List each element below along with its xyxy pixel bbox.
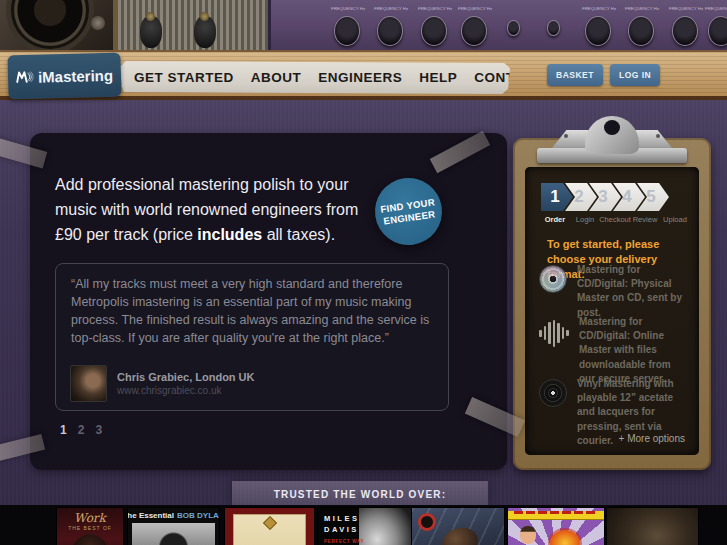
pagination-item-1[interactable]: 1 [60,423,67,437]
headline: Add professional mastering polish to you… [55,173,379,247]
album-strip: Work THE BEST OF The Essential BOB DYLAN… [0,505,727,545]
album-cover-bob-dylan: The Essential BOB DYLAN [128,508,219,545]
testimonial-quote: “All my tracks must meet a very high sta… [71,275,435,348]
page: FREQUENCY Hz FREQUENCY Hz FREQUENCY Hz F… [0,0,727,545]
studio-equipment-banner: FREQUENCY Hz FREQUENCY Hz FREQUENCY Hz F… [0,0,727,50]
avatar [70,365,107,402]
testimonial-author: Chris Grabiec, London UK www.chrisgrabie… [70,365,255,402]
eq-knob-icon: FREQUENCY Hz [585,16,611,46]
album-cover-dark [607,508,698,545]
eq-knob-icon: FREQUENCY Hz [672,16,698,46]
nav-item-contact[interactable]: CONTACT [474,70,543,85]
rack-metal-panel [118,0,268,50]
album-cover-work: Work THE BEST OF [57,508,123,545]
album-cover-eagle [412,508,504,545]
nav-item-engineers[interactable]: ENGINEERS [318,70,402,85]
author-url-link[interactable]: www.chrisgrabiec.co.uk [117,385,255,396]
main-nav: GET STARTED ABOUT ENGINEERS HELP CONTACT [120,61,510,94]
nav-item-about[interactable]: ABOUT [251,70,302,85]
progress-steps: 1 2 3 4 5 [541,183,669,211]
eq-knob-icon: FREQUENCY Hz [628,16,654,46]
pagination-item-3[interactable]: 3 [95,423,102,437]
testimonial-pagination: 1 2 3 [60,423,102,437]
navbar: iMastering GET STARTED ABOUT ENGINEERS H… [0,50,727,100]
nav-item-get-started[interactable]: GET STARTED [134,70,234,85]
album-cover-comic [508,508,604,545]
step-label-upload: Upload [657,215,693,224]
eq-trim-knob-icon [547,20,560,36]
cd-icon [539,265,567,293]
testimonial-panel: “All my tracks must meet a very high sta… [55,263,449,411]
eq-trim-knob-icon [507,20,520,36]
hero-panel: Add professional mastering polish to you… [30,133,507,470]
eq-rack-panel: FREQUENCY Hz FREQUENCY Hz FREQUENCY Hz F… [268,0,727,50]
trusted-banner: TRUSTED THE WORLD OVER: [232,481,488,507]
delivery-option-online[interactable]: Mastering for CD/Digital: Online Master … [539,315,691,386]
trusted-label: TRUSTED THE WORLD OVER: [274,489,447,500]
eq-knob-icon: FREQUENCY Hz [421,16,447,46]
logo-text: iMastering [38,66,113,85]
eq-knob-icon: FREQUENCY Hz [377,16,403,46]
speaker-photo [0,0,118,50]
connector-knob-icon [140,16,162,48]
more-options-link[interactable]: + More options [619,433,685,444]
eq-knob-icon: FREQUENCY Hz [708,16,727,46]
delivery-option-cd[interactable]: Mastering for CD/Digital: Physical Maste… [539,263,691,320]
speaker-knob-icon [91,16,105,30]
pagination-item-2[interactable]: 2 [78,423,85,437]
basket-button[interactable]: BASKET [547,64,603,86]
waveform-icon [539,319,569,347]
order-clipboard: 1 2 3 4 5 Order Login Checkout Review Up… [513,138,711,470]
logo[interactable]: iMastering [7,53,121,100]
album-cover-johnny-cash: JOHNNY CASH [225,508,314,545]
nav-item-help[interactable]: HELP [419,70,457,85]
clipboard-sheet: 1 2 3 4 5 Order Login Checkout Review Up… [525,167,699,455]
clipboard-clip-icon [537,116,687,164]
eq-knob-icon: FREQUENCY Hz [461,16,487,46]
main-content: Add professional mastering polish to you… [0,100,727,505]
speaker-cone-icon [6,0,94,50]
eq-knob-icon: FREQUENCY Hz [334,16,360,46]
vinyl-icon [539,379,567,407]
nav-buttons: BASKET LOG IN [547,64,660,86]
album-cover-miles-davis: MILES DAVIS PERFECT WAY [318,508,411,545]
author-name: Chris Grabiec, London UK [117,371,255,383]
login-button[interactable]: LOG IN [610,64,660,86]
connector-knob-icon [194,16,216,48]
find-your-engineer-button[interactable]: FIND YOUR ENGINEER [371,174,447,250]
imastering-logo-icon [16,64,35,90]
